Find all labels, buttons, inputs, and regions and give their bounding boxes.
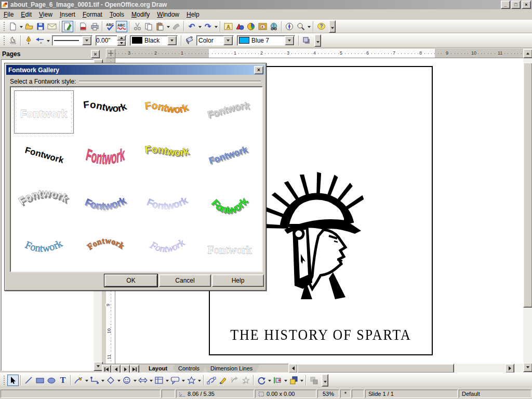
arrow-style-dropdown-arrow[interactable] [47,40,50,44]
symbol-shapes-button[interactable] [121,375,132,386]
curve-tool-button[interactable] [73,375,84,386]
close-button[interactable]: × [522,1,531,9]
line-style-combo[interactable] [52,35,92,46]
redo-dropdown-arrow[interactable] [215,26,218,30]
cancel-button[interactable]: Cancel [159,274,211,287]
menu-help[interactable]: Help [183,10,203,19]
scroll-right-button[interactable] [505,364,514,373]
fontwork-style-option[interactable]: Fontwork [13,89,75,135]
zoom-button[interactable] [295,21,307,32]
tab-layout[interactable]: Layout [141,364,175,373]
fill-style-dropdown-button[interactable] [223,36,233,45]
menu-edit[interactable]: Edit [17,10,35,19]
maximize-button[interactable]: □ [511,1,521,9]
auto-spellcheck-button[interactable]: ABC [116,21,127,32]
edit-points-mode-button[interactable] [7,35,19,46]
fontwork-style-option[interactable]: Fontwork [137,89,198,135]
connector-dropdown-arrow[interactable] [101,380,104,383]
pages-panel-close-button[interactable]: × [91,50,100,58]
menu-view[interactable]: View [35,10,56,19]
toolbar-overflow-button[interactable] [322,374,328,387]
block-arrows-button[interactable] [137,375,149,386]
curve-dropdown-arrow[interactable] [85,380,88,383]
email-button[interactable] [46,21,58,32]
select-tool-button[interactable] [7,375,19,386]
fill-color-dropdown-button[interactable] [285,36,294,45]
symbol-shapes-dropdown-arrow[interactable] [134,380,137,383]
callouts-dropdown-arrow[interactable] [182,380,185,383]
fontwork-gallery-button[interactable]: A [222,21,234,32]
text-tool-button[interactable]: T [57,375,69,386]
rotate-button[interactable] [256,375,267,386]
dialog-title-bar[interactable]: Fontwork Gallery × [6,65,264,75]
alignment-button[interactable] [272,375,283,386]
menu-file[interactable]: File [0,10,17,19]
fontwork-style-option[interactable]: Fontwork [137,179,198,224]
menu-insert[interactable]: Insert [56,10,79,19]
arrange-dropdown-arrow[interactable] [300,380,303,383]
callouts-button[interactable] [169,375,181,386]
arrow-style-button[interactable]: a [34,35,46,46]
horizontal-scrollbar[interactable] [288,364,523,373]
fontwork-style-option[interactable]: Fontwork [198,135,260,180]
scroll-left-button[interactable] [288,364,298,373]
basic-shapes-dropdown-arrow[interactable] [117,380,121,383]
glue-points-button[interactable] [217,375,229,386]
spartan-clipart[interactable] [262,158,366,299]
toolbar-handle[interactable] [3,376,6,385]
connector-tool-button[interactable] [89,375,100,386]
horizontal-scroll-thumb[interactable] [297,364,454,373]
alignment-dropdown-arrow[interactable] [284,380,287,383]
chart-button[interactable] [245,21,257,32]
vertical-scrollbar[interactable] [523,49,532,372]
draw-functions-button[interactable] [234,21,245,32]
fontwork-style-option[interactable]: Fontwork [13,224,75,270]
flip-button[interactable]: 2 [229,375,240,386]
navigator-button[interactable] [284,21,295,32]
hyperlink-button[interactable] [268,21,280,32]
spin-down-button[interactable] [117,41,126,46]
menu-modify[interactable]: Modify [128,10,153,19]
line-tool-button[interactable] [23,375,34,386]
slide-title-text[interactable]: THE HISTORY OF SPARTA [209,327,433,344]
cut-button[interactable] [131,21,143,32]
stars-button[interactable] [185,375,197,386]
zoom-dropdown-arrow[interactable] [308,26,311,30]
new-button[interactable] [7,21,19,32]
fontwork-style-option[interactable]: Fontwork [13,179,75,224]
ok-button[interactable]: OK [104,274,157,287]
edit-points-button[interactable] [206,375,217,386]
help-button[interactable]: Help [212,274,264,287]
shadow-button[interactable] [308,375,320,386]
block-arrows-dropdown-arrow[interactable] [150,380,153,383]
vertical-scroll-thumb[interactable] [523,62,532,308]
ellipse-tool-button[interactable] [46,375,57,386]
toolbar-overflow-button[interactable] [329,20,336,33]
stars-dropdown-arrow[interactable] [198,380,201,383]
menu-window[interactable]: Window [153,10,183,19]
fontwork-style-option[interactable]: Fontwork [198,224,260,270]
undo-dropdown-arrow[interactable] [198,26,202,30]
open-button[interactable] [23,21,35,32]
flowchart-button[interactable] [153,375,165,386]
toolbar-handle[interactable] [3,22,6,31]
toolbar-overflow-button[interactable] [314,34,321,47]
fontwork-style-option[interactable]: Fontwork [137,135,198,180]
save-button[interactable] [35,21,46,32]
clone-formatting-button[interactable] [170,21,182,32]
tab-controls[interactable]: Controls [171,364,207,373]
fontwork-style-option[interactable]: Fontwork [198,179,260,224]
new-dropdown-arrow[interactable] [20,26,23,30]
line-color-combo[interactable]: Black [130,35,178,46]
menu-tools[interactable]: Tools [106,10,128,19]
spin-up-button[interactable] [117,35,126,41]
paste-button[interactable] [154,21,166,32]
line-width-spinner[interactable]: 0.00" [96,35,127,46]
fontwork-style-option[interactable]: Fontwork [75,135,137,180]
tab-dimension-lines[interactable]: Dimension Lines [203,364,260,373]
gallery-button[interactable] [257,21,268,32]
rectangle-tool-button[interactable] [34,375,46,386]
fontwork-style-option[interactable]: Fontwork [137,224,198,270]
redo-button[interactable]: ↷ [202,21,214,32]
export-pdf-button[interactable] [77,21,89,32]
